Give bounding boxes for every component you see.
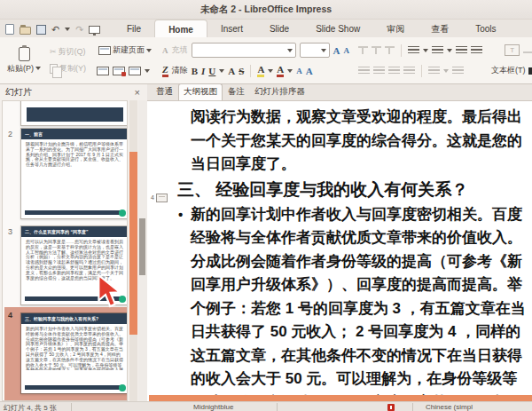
slides-panel-scrollbar[interactable] [129,100,137,401]
document-modified-icon[interactable] [387,404,395,411]
shrink-font-button[interactable]: A [343,46,349,55]
fill-icon: A [162,46,168,55]
paste-label: 粘贴(P) [7,63,34,75]
subscript-button[interactable]: A [296,67,302,75]
clipboard-group: 粘贴(P) ✂ 剪切(Q) 复制(Y) [2,39,90,82]
view-tab-notes[interactable]: 备注 [223,84,249,100]
highlight-dropdown-icon[interactable] [268,69,273,73]
undo-icon[interactable]: ↶ [51,25,59,35]
close-icon[interactable]: × [135,88,140,98]
bullet-list-icon[interactable] [432,46,443,54]
undo-dropdown-icon[interactable] [65,28,70,31]
horizontal-scrollbar[interactable] [149,395,532,401]
outline-heading-text[interactable]: 三、 经验回享度与我的收入有何关系？ [177,180,468,199]
outline-paragraph[interactable]: 阅读行为数据，观察文章受欢迎的程度。最后得出一个关于您某天的回享度的综合得分。这… [191,106,526,177]
language-status[interactable]: Chinese (simpl [426,403,473,411]
slide-thumbnail-1[interactable] [20,100,128,126]
align-bottom-icon [385,46,395,55]
main-view: 普通 大纲视图 备注 幻灯片排序器 阅读行为数据，观察文章受欢迎的程度。最后得出… [147,84,532,401]
superscript-button[interactable]: A [306,66,313,76]
bold-button[interactable]: B [192,66,198,76]
paragraph-group [356,39,484,82]
slides-panel-header: 幻灯片 × [0,84,147,100]
paragraph-spacing-icon [428,67,440,75]
new-page-button[interactable]: 新建页面 [97,43,153,57]
tab-slide[interactable]: Slide [256,20,302,37]
highlight-color-button[interactable]: A [257,64,264,77]
view-tab-normal[interactable]: 普通 [152,84,177,100]
new-page-dropdown-icon[interactable] [146,49,152,52]
ribbon-tab-row: ↶ ↷ File Home Insert Slide Slide Show 审阅… [0,20,532,37]
underline-dropdown-icon[interactable] [219,69,224,73]
bullet-list-dropdown-icon[interactable] [447,49,452,52]
justify-icon [403,67,415,75]
tab-tools[interactable]: Tools [462,20,509,37]
slide-number: 4 [8,311,12,320]
slide-layout-icon[interactable] [129,67,141,75]
outline-bullet-paragraph[interactable]: • 新的回享计划中作者收入与回享度密切相关。百度经验将与全体作者贡献优质文章带来… [191,203,526,402]
tab-slideshow[interactable]: Slide Show [302,20,373,37]
outline-editor[interactable]: 阅读行为数据，观察文章受欢迎的程度。最后得出一个关于您某天的回享度的综合得分。这… [147,100,532,401]
insert-group: T 文本框(T) [489,39,532,82]
clear-format-icon[interactable]: Z [162,64,168,77]
open-icon[interactable] [20,27,31,35]
save-icon[interactable] [36,25,46,35]
textbox-label[interactable]: 文本框(T) [491,65,526,76]
quick-access-toolbar: ↶ ↷ [0,24,113,37]
template-status[interactable]: Midnightblue [193,403,233,411]
grow-font-button[interactable]: A [333,45,340,56]
font-name-dropdown-icon[interactable] [287,49,293,52]
outline-content: 阅读行为数据，观察文章受欢迎的程度。最后得出一个关于您某天的回享度的综合得分。这… [147,101,532,401]
tab-file[interactable]: File [113,20,154,37]
slide4-footer-bar [25,385,125,390]
duplicate-slide-icon[interactable] [97,67,109,75]
view-tab-bar: 普通 大纲视图 备注 幻灯片排序器 [147,84,532,100]
slides-panel-scrollbar-thumb[interactable] [129,152,137,335]
panel-splitter[interactable] [138,100,147,401]
slide4-dot-icon [119,384,126,391]
line-spacing-icon[interactable] [408,46,419,54]
panel-splitter-handle[interactable] [139,218,145,275]
align-center-icon [373,67,385,75]
decrease-indent-icon[interactable] [471,46,482,54]
tab-home[interactable]: Home [154,20,207,37]
slide1-title-block [27,107,123,122]
underline-button[interactable]: U [208,66,215,76]
rectangle-shape-icon[interactable] [528,67,532,75]
new-document-icon[interactable] [5,24,14,35]
redo-icon: ↷ [75,25,83,35]
paste-dropdown-icon[interactable] [35,67,41,70]
font-size-dropdown-icon[interactable] [321,49,326,52]
outline-bullet-text[interactable]: 新的回享计划中作者收入与回享度密切相关。百度经验将与全体作者贡献优质文章带来的价… [191,206,526,402]
tab-review[interactable]: 审阅 [373,20,418,37]
strikethrough-button[interactable]: S [239,66,244,76]
font-color-button[interactable]: A [277,64,284,77]
outline-heading[interactable]: 4 三、 经验回享度与我的收入有何关系？ [177,177,527,203]
view-tab-outline[interactable]: 大纲视图 [178,83,223,100]
copy-label: 复制(Y) [59,63,86,75]
italic-button[interactable]: I [201,66,205,76]
slide2-dot-icon [119,209,126,217]
view-tab-sorter[interactable]: 幻灯片排序器 [250,84,309,100]
font-color-dropdown-icon[interactable] [287,69,293,73]
presentation-icon[interactable] [89,26,100,34]
slide-layout-dropdown-icon[interactable] [145,69,150,73]
character-button[interactable]: A [228,66,235,76]
line-spacing-dropdown-icon[interactable] [423,49,428,52]
delete-slide-icon[interactable] [113,67,125,75]
center-vertical-icon [372,46,381,55]
tab-insert[interactable]: Insert [207,20,256,37]
align-top-icon [358,46,368,55]
slide-marker-icon [156,194,168,202]
tab-view[interactable]: 查看 [418,20,462,37]
slide-thumbnail-4[interactable]: 三、经验回享度与我的收入有何关系? 新的回享计划中作者收入与回享度密切相关。百度… [20,312,128,394]
window-title: 未命名 2 - LibreOffice Impress [200,4,332,16]
fill-label: 充填 [172,44,188,56]
slide-thumbnail-list: 2 一、前言 随着回享计划的全面升级，相信吧用户等级体系带来了一系列的变化。为了… [2,100,128,401]
slide-thumbnail-2[interactable]: 一、前言 随着回享计划的全面升级，相信吧用户等级体系带来了一系列的变化。为了回报… [20,128,128,219]
slide-marker: 4 [151,185,168,211]
font-size-combo[interactable] [300,43,330,58]
increase-indent-icon[interactable] [456,46,467,54]
font-name-combo[interactable] [192,43,296,58]
paste-button[interactable]: 粘贴(P) [4,47,44,75]
